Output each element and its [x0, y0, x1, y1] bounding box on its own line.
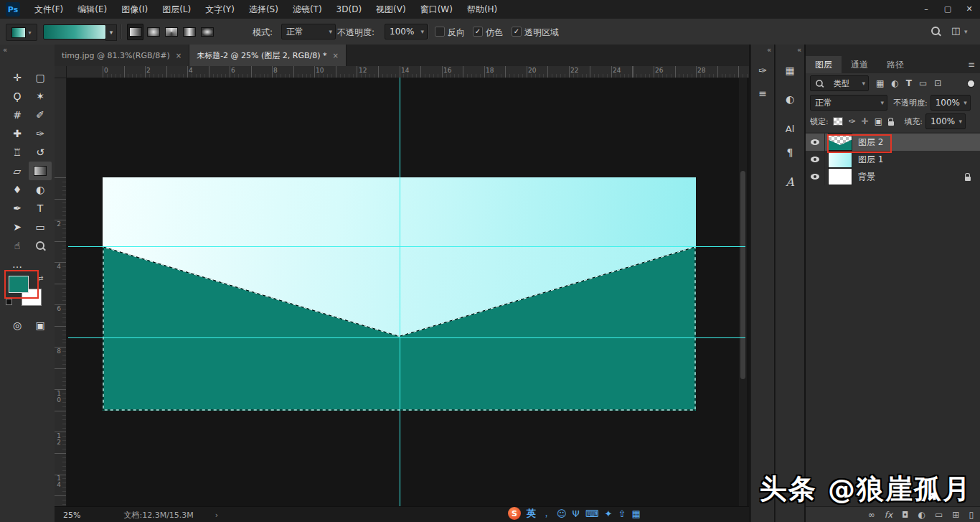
sogou-logo-icon[interactable]: S [508, 507, 521, 520]
default-colors-icon[interactable] [6, 299, 12, 305]
eraser-tool[interactable]: ▱ [6, 162, 29, 180]
ime-punctuation-icon[interactable]: ， [542, 507, 551, 520]
pen-tool[interactable]: ✒ [6, 199, 29, 218]
reflected-gradient-button[interactable] [181, 24, 197, 40]
filter-pixel-layers-icon[interactable]: ▦ [876, 78, 884, 88]
collapse-panel-icon[interactable]: « [3, 46, 7, 54]
gradient-preview[interactable] [43, 24, 106, 39]
history-brush-tool[interactable]: ↺ [29, 143, 52, 162]
dodge-tool[interactable]: ◐ [29, 180, 52, 199]
layer-mask-icon[interactable]: ◘ [902, 510, 909, 520]
type-tool[interactable]: T [29, 199, 52, 218]
blend-mode-select[interactable]: 正常 ▾ [281, 24, 336, 39]
menu-type[interactable]: 文字(Y) [198, 0, 242, 19]
menu-file[interactable]: 文件(F) [27, 0, 70, 19]
search-icon[interactable] [931, 27, 940, 35]
expand-panels-icon[interactable]: « [797, 46, 801, 54]
paragraph-panel-icon[interactable]: ¶ [776, 146, 804, 158]
menu-image[interactable]: 图像(I) [114, 0, 155, 19]
lock-artboard-icon[interactable]: ▣ [875, 116, 882, 126]
move-tool[interactable]: ✛ [6, 68, 29, 87]
layer-thumbnail[interactable] [828, 151, 852, 168]
minimize-button[interactable]: – [915, 0, 937, 19]
panel-menu-icon[interactable]: ≡ [968, 56, 975, 73]
lock-all-icon[interactable] [888, 121, 894, 126]
filter-switch-icon[interactable] [967, 80, 975, 88]
radial-gradient-button[interactable] [145, 24, 161, 40]
quick-select-tool[interactable]: ✶ [29, 87, 52, 106]
workspace-icon[interactable]: ◫ [951, 25, 960, 36]
layer-thumbnail[interactable] [828, 134, 852, 151]
adjustments-panel-icon[interactable]: ◐ [776, 93, 804, 105]
glyphs-panel-icon[interactable]: A [776, 175, 804, 189]
vertical-guide[interactable] [400, 78, 400, 506]
menu-layer[interactable]: 图层(L) [155, 0, 198, 19]
new-layer-icon[interactable]: ⊞ [952, 510, 959, 520]
diamond-gradient-button[interactable] [199, 24, 215, 40]
menu-help[interactable]: 帮助(H) [460, 0, 504, 19]
marquee-tool[interactable]: ▢ [29, 68, 52, 87]
angle-gradient-button[interactable] [163, 24, 179, 40]
ime-emoji-icon[interactable]: ☺ [557, 508, 567, 519]
hand-tool[interactable]: ☝ [6, 236, 29, 255]
restore-button[interactable]: ▢ [937, 0, 958, 19]
expand-panels-icon[interactable]: « [767, 46, 771, 54]
ime-toolbox-icon[interactable]: ✦ [605, 508, 613, 519]
ime-language-toggle[interactable]: 英 [527, 507, 536, 520]
gradient-picker-arrow[interactable]: ▾ [105, 24, 117, 41]
layer-opacity-select[interactable]: 100% ▾ [930, 95, 971, 111]
scrollbar-thumb[interactable] [740, 171, 745, 379]
close-tab-icon[interactable]: × [333, 52, 339, 60]
clone-stamp-tool[interactable]: ♖ [6, 143, 29, 162]
menu-view[interactable]: 视图(V) [369, 0, 413, 19]
tool-preset-picker[interactable]: ▾ [6, 24, 37, 41]
chevron-down-icon[interactable]: ▾ [964, 28, 968, 35]
blur-tool[interactable]: ♦ [6, 180, 29, 199]
delete-layer-icon[interactable]: ▯ [969, 510, 974, 520]
close-tab-icon[interactable]: × [176, 52, 182, 60]
brush-tool[interactable]: ✑ [29, 124, 52, 143]
layer-thumbnail[interactable] [828, 168, 852, 185]
layer-filter-select[interactable]: 类型 ▾ [810, 75, 869, 91]
horizontal-guide-top[interactable] [68, 246, 745, 247]
layer-name[interactable]: 背景 [858, 171, 875, 183]
canvas-viewport[interactable]: 0 2 4 6 8 10 12 14 16 18 20 22 24 26 28 … [55, 66, 749, 506]
swap-colors-icon[interactable]: ⇄ [37, 274, 43, 282]
layer-row-1[interactable]: 图层 1 [806, 151, 980, 168]
layer-row-2[interactable]: 图层 2 [806, 134, 980, 151]
lock-transparent-icon[interactable] [833, 117, 843, 126]
zoom-tool[interactable] [29, 236, 52, 255]
filter-type-layers-icon[interactable]: T [906, 78, 912, 88]
menu-3d[interactable]: 3D(D) [329, 0, 369, 19]
lasso-tool[interactable]: Ϙ [6, 87, 29, 106]
visibility-toggle[interactable] [806, 168, 825, 185]
horizontal-guide-bottom[interactable] [68, 337, 745, 338]
close-button[interactable]: ✕ [958, 0, 980, 19]
ime-skin-icon[interactable]: ⇧ [618, 508, 626, 519]
quick-mask-button[interactable]: ◎ [6, 316, 29, 335]
tab-layers[interactable]: 图层 [806, 56, 842, 73]
crop-tool[interactable]: # [6, 106, 29, 124]
menu-edit[interactable]: 编辑(E) [70, 0, 114, 19]
ime-mic-icon[interactable]: Ψ [573, 508, 580, 519]
lock-position-icon[interactable]: ✛ [862, 116, 869, 126]
tab-channels[interactable]: 通道 [842, 56, 877, 73]
zoom-level[interactable]: 25% [63, 511, 80, 520]
ime-keyboard-icon[interactable]: ⌨ [585, 508, 599, 519]
fill-select[interactable]: 100% ▾ [925, 113, 966, 129]
menu-select[interactable]: 选择(S) [242, 0, 286, 19]
shape-tool[interactable]: ▭ [29, 218, 52, 236]
document-tab-untitled2[interactable]: 未标题-2 @ 25% (图层 2, RGB/8) * × [189, 45, 347, 66]
ime-grid-icon[interactable]: ▦ [631, 508, 640, 519]
ruler-origin[interactable] [55, 66, 67, 78]
reverse-checkbox[interactable] [435, 27, 445, 37]
screen-mode-button[interactable]: ▣ [29, 316, 52, 335]
layer-blend-mode-select[interactable]: 正常 ▾ [810, 95, 887, 111]
dither-checkbox[interactable]: ✓ [473, 27, 483, 37]
new-group-icon[interactable]: ▭ [935, 510, 943, 520]
status-chevron-icon[interactable]: › [215, 511, 218, 520]
vertical-scrollbar[interactable] [739, 78, 747, 506]
link-layers-icon[interactable]: ∞ [868, 510, 875, 520]
tab-paths[interactable]: 路径 [877, 56, 913, 73]
layer-row-background[interactable]: 背景 [806, 168, 980, 185]
